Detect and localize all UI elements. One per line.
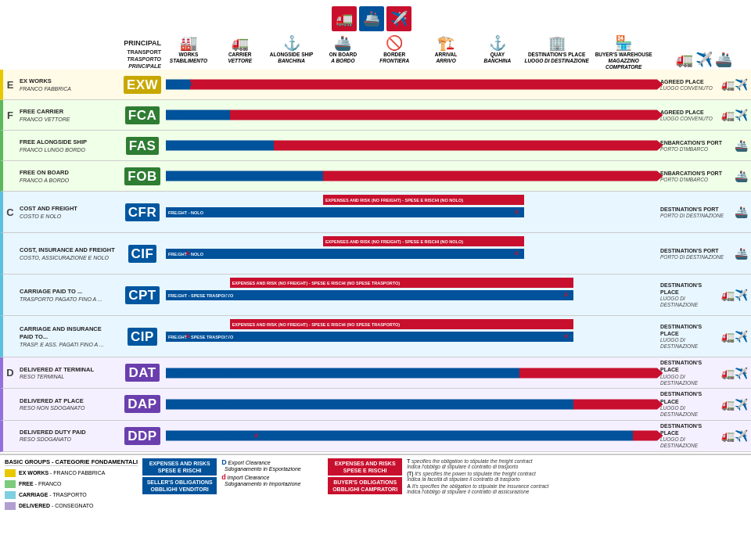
red-bar-exw	[190, 80, 657, 90]
label-col-cfr: COST AND FREIGHT COSTO E NOLO	[17, 192, 119, 232]
right-col-fob: ENBARCATION'S PORT PORTO D'IMBARCO 🚢	[657, 161, 751, 191]
red-bar-dat	[519, 368, 657, 378]
row-cfr: C COST AND FREIGHT COSTO E NOLO CFREXPEN…	[0, 192, 751, 233]
marker-d-cfr: d	[515, 209, 519, 215]
label-col-cip: CARRIAGE AND INSURANCE PAID TO... TRASP.…	[17, 316, 119, 357]
marker-d-exw: D	[188, 81, 192, 88]
top-bar-cip: EXPENSES AND RISK (NO FREIGHT) - SPESE E…	[230, 319, 574, 329]
top-bar-cif: EXPENSES AND RISK (NO FREIGHT) - SPESE E…	[323, 236, 524, 246]
blue-bar-fas	[166, 141, 274, 151]
legend-buyer: EXPENSES AND RISKSSPESE E RISCHI BUYER'S…	[328, 458, 402, 494]
bar-col-ddp: TDd	[166, 421, 657, 451]
label-col-cpt: CARRIAGE PAID TO ... TRASPORTO PAGATO FI…	[17, 275, 119, 315]
column-headers: 🏭 WORKSSTABILIMENTO 🚛 CARRIERVETTORE ⚓ A…	[163, 34, 657, 70]
col-header-quay: ⚓ QUAYBANCHINA	[472, 34, 523, 70]
code-col-dap: DAP	[119, 389, 166, 419]
logo-icon-plane: ✈️	[386, 6, 411, 31]
blue-bar-ddp	[166, 431, 633, 441]
marker-a-cip: A	[185, 333, 190, 339]
marker-d-cfr: D	[225, 209, 229, 215]
principal-ship-icon: 🚢	[715, 51, 732, 68]
marker-d-dap: D	[225, 401, 229, 407]
col-header-alongside: ⚓ ALONGSIDE SHIPBANCHINA	[266, 34, 318, 70]
bar-col-fob: Dd	[166, 161, 657, 191]
bar-col-cif: EXPENSES AND RISK (NO FREIGHT) - SPESE E…	[166, 233, 657, 274]
group-letter-F	[3, 131, 17, 160]
label-col-dap: DELIVERED AT PLACE RESO NON SDOGANATO	[17, 389, 119, 419]
principal-truck-icon: 🚛	[676, 51, 693, 68]
code-col-fob: FOB	[119, 161, 166, 191]
marker-a-cif: A	[185, 250, 190, 257]
header: 🚛 🚢 ✈️	[0, 0, 751, 34]
right-col-cfr: DESTINATION'S PORT PORTO DI DESTINAZIONE…	[657, 192, 751, 232]
col-header-arrival: 🏗️ ARRIVALARRIVO	[420, 34, 472, 70]
col-header-carrier: 🚛 CARRIERVETTORE	[214, 34, 266, 70]
red-bar-dap	[573, 399, 657, 409]
rows-container: E EX WORKS FRANCO FABBRICA EXWDd AGREED …	[0, 70, 751, 451]
col-header-works: 🏭 WORKSSTABILIMENTO	[163, 34, 214, 70]
legend-clearance: D Export Clearance Sdoganamento in Espor…	[221, 458, 323, 486]
row-dat: D DELIVERED AT TERMINAL RESO TERMINAL DA…	[0, 357, 751, 389]
group-letter-E: E	[3, 70, 17, 99]
code-col-cip: CIP	[119, 316, 166, 357]
label-col-cif: COST, INSURANCE AND FREIGHT COSTO, ASSIC…	[17, 233, 119, 274]
legend-groups: BASIC GROUPS - CATEGORIE FONDAMENTALI EX…	[5, 458, 138, 512]
legend-carriage: CARRIAGE - TRASPORTO	[5, 491, 138, 499]
right-col-fas: ENBARCATION'S PORT PORTO D'IMBARCO 🚢	[657, 131, 751, 160]
col-header-dest: 🏢 DESTINATION'S PLACELUOGO DI DESTINAZIO…	[523, 34, 591, 70]
marker-d-cif: D	[225, 250, 229, 257]
row-fca: F FREE CARRIER FRANCO VETTORE FCATDd AGR…	[0, 100, 751, 131]
group-letter-C	[3, 275, 17, 315]
code-col-exw: EXW	[119, 70, 166, 99]
col-header-onboard: 🚢 ON BOARDA BORDO	[317, 34, 368, 70]
right-col-fca: AGREED PLACE LUOGO CONVENUTO 🚛✈️	[657, 100, 751, 130]
group-letter-F	[3, 161, 17, 191]
legend-area: BASIC GROUPS - CATEGORIE FONDAMENTALI EX…	[0, 454, 751, 515]
group-letter-F: F	[3, 100, 17, 130]
right-col-cif: DESTINATION'S PORT PORTO DI DESTINAZIONE…	[657, 233, 751, 274]
principal-plane-icon: ✈️	[695, 51, 713, 68]
blue-bar-dat	[166, 368, 519, 378]
right-col-cip: DESTINATION'S PLACE LUOGO DI DESTINAZION…	[657, 316, 751, 357]
label-col-fca: FREE CARRIER FRANCO VETTORE	[17, 100, 119, 130]
row-cip: CARRIAGE AND INSURANCE PAID TO... TRASP.…	[0, 316, 751, 357]
code-col-fca: FCA	[119, 100, 166, 130]
marker-d-cip: D	[225, 333, 229, 339]
group-letter-D	[3, 389, 17, 419]
marker-d-cpt: D	[225, 292, 229, 298]
marker-t-dat: T	[176, 370, 180, 376]
group-letter-C	[3, 233, 17, 274]
red-bar-fob	[323, 171, 657, 181]
marker-d-ddp: d	[254, 433, 258, 439]
right-col-dap: DESTINATION'S PLACE LUOGO DI DESTINAZION…	[657, 389, 751, 419]
marker-d-cpt: d	[564, 292, 568, 298]
principal-transport: 🚛 ✈️ 🚢	[657, 49, 751, 70]
marker-t-cfr: T	[176, 209, 180, 215]
group-letter-D: D	[3, 357, 17, 388]
row-dap: DELIVERED AT PLACE RESO NON SDOGANATO DA…	[0, 389, 751, 420]
label-col-fas: FREE ALONGSIDE SHIP FRANCO LUNGO BORDO	[17, 131, 119, 160]
marker-t-ddp: T	[176, 433, 180, 439]
row-cpt: CARRIAGE PAID TO ... TRASPORTO PAGATO FI…	[0, 275, 751, 316]
blue-bar-fob	[166, 171, 323, 181]
row-fob: FREE ON BOARD FRANCO A BORDO FOBDd ENBAR…	[0, 161, 751, 192]
right-col-cpt: DESTINATION'S PLACE LUOGO DI DESTINAZION…	[657, 275, 751, 315]
bar-col-dat: TDd	[166, 357, 657, 388]
legend-free: FREE - FRANCO	[5, 480, 138, 488]
legend-delivered: DELIVERED - CONSEGNATO	[5, 502, 138, 510]
marker-t-dap: T	[176, 401, 180, 407]
marker-d-fas: D	[269, 142, 274, 149]
bot-bar-cfr: FREIGHT - NOLO	[166, 207, 524, 217]
red-bar-fca	[230, 110, 657, 120]
code-col-dat: DAT	[119, 357, 166, 388]
logo-icons: 🚛 🚢 ✈️	[332, 6, 411, 31]
marker-d-dap: d	[579, 401, 583, 407]
marker-d-fca: D	[225, 112, 229, 118]
blue-bar-exw	[166, 80, 190, 90]
label-col-ddp: DELIVERED DUTY PAID RESO SDOGANATO	[17, 421, 119, 451]
code-col-cif: CIF	[119, 233, 166, 274]
bar-col-cpt: EXPENSES AND RISK (NO FREIGHT) - SPESE E…	[166, 275, 657, 315]
marker-d-cif: d	[515, 250, 519, 257]
logo-icon-transport: 🚛	[332, 6, 357, 31]
marker-d-fas: d	[638, 142, 641, 149]
